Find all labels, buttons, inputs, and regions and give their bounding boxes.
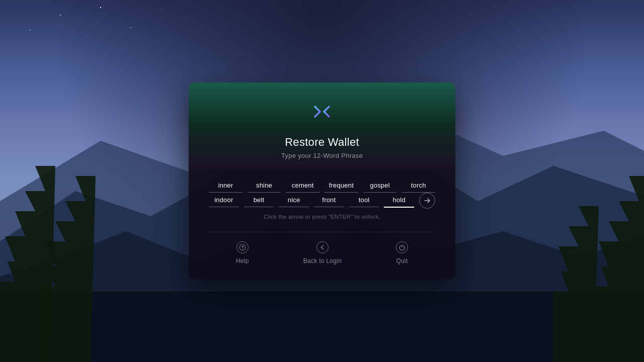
word-11-wrap <box>349 194 379 208</box>
dialog-subtitle: Type your 12-Word Phrase <box>209 152 435 159</box>
divider <box>209 232 435 232</box>
word-input-4[interactable] <box>325 179 358 193</box>
unlock-arrow-button[interactable] <box>419 193 435 209</box>
back-to-login-button[interactable]: Back to Login <box>303 241 342 264</box>
word-6-wrap <box>401 179 435 193</box>
word-8-wrap <box>244 194 274 208</box>
word-input-10[interactable] <box>314 194 344 207</box>
word-input-9[interactable] <box>279 194 309 207</box>
words-section <box>209 179 435 209</box>
word-5-wrap <box>363 179 397 193</box>
restore-wallet-dialog: Restore Wallet Type your 12-Word Phrase <box>189 82 455 280</box>
word-7-wrap <box>209 194 239 208</box>
svg-point-15 <box>130 27 131 28</box>
word-input-12[interactable] <box>384 194 414 208</box>
dialog-title: Restore Wallet <box>209 136 435 149</box>
word-input-1[interactable] <box>209 179 243 193</box>
word-input-3[interactable] <box>286 179 319 193</box>
stars-decoration <box>0 0 151 75</box>
word-3-wrap <box>286 179 319 193</box>
unlock-hint: Click the arrow or press "ENTER" to unlo… <box>209 214 435 220</box>
quit-button[interactable]: Quit <box>396 241 408 264</box>
svg-point-0 <box>60 15 61 16</box>
dialog-body: Click the arrow or press "ENTER" to unlo… <box>189 169 455 280</box>
svg-point-32 <box>242 249 243 249</box>
help-label: Help <box>236 257 249 264</box>
word-10-wrap <box>314 194 344 208</box>
word-9-wrap <box>279 194 309 208</box>
words-row-1 <box>209 179 435 193</box>
words-row-2 <box>209 194 414 208</box>
svg-point-1 <box>100 7 101 8</box>
word-12-wrap <box>384 194 414 208</box>
word-input-7[interactable] <box>209 194 239 207</box>
bottom-actions: Help Back to Login Quit <box>209 241 435 264</box>
quit-label: Quit <box>396 257 408 264</box>
back-icon <box>316 241 329 253</box>
help-button[interactable]: Help <box>236 241 249 264</box>
quit-icon <box>396 241 408 253</box>
word-input-11[interactable] <box>349 194 379 207</box>
word-2-wrap <box>248 179 281 193</box>
word-input-5[interactable] <box>363 179 397 193</box>
word-input-8[interactable] <box>244 194 274 207</box>
word-input-2[interactable] <box>248 179 281 193</box>
back-to-login-label: Back to Login <box>303 257 342 264</box>
word-4-wrap <box>325 179 358 193</box>
logo-container <box>209 98 435 126</box>
word-input-6[interactable] <box>401 179 435 193</box>
svg-point-14 <box>80 40 80 40</box>
svg-point-13 <box>30 30 31 31</box>
word-1-wrap <box>209 179 243 193</box>
app-logo <box>308 98 336 126</box>
help-icon <box>236 241 249 253</box>
arrow-right-icon <box>424 197 431 204</box>
dialog-header: Restore Wallet Type your 12-Word Phrase <box>189 82 455 169</box>
